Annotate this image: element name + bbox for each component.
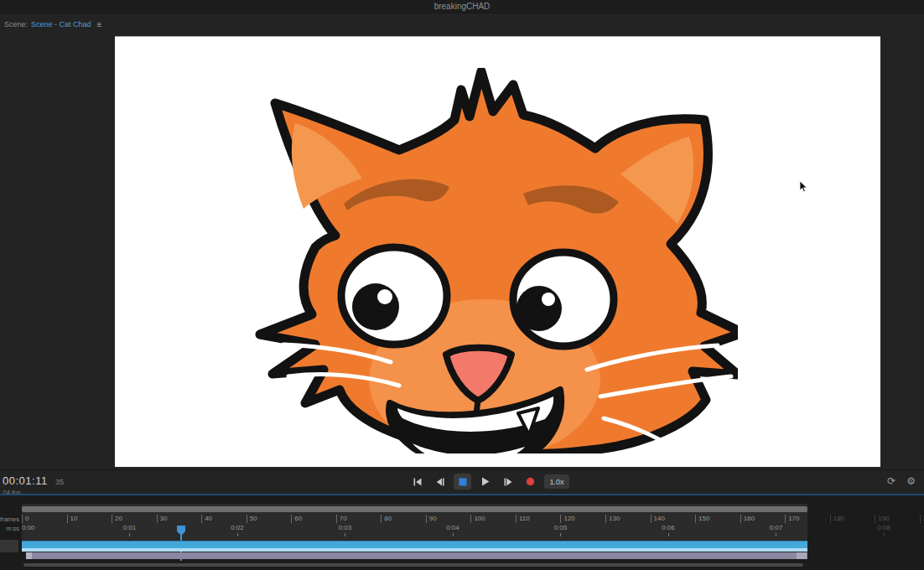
frame-tick-label: 150 [695, 515, 709, 523]
track-bar-secondary[interactable] [26, 552, 807, 559]
timecode-display: 00:01:11 35 24 fps [3, 473, 64, 496]
timeline-scrollbar-top[interactable] [22, 506, 807, 512]
cat-pupil-left-highlight [377, 289, 392, 304]
frame-tick-label: 90 [426, 515, 437, 523]
frame-tick-label: 80 [381, 515, 392, 523]
transport-bar: 00:01:11 35 24 fps [0, 469, 924, 494]
frame-tick-label: 10 [67, 515, 78, 523]
time-tick-label: 0:00 [22, 524, 35, 532]
mouse-cursor-icon [799, 180, 808, 194]
time-tick-label: 0:01 [123, 524, 137, 532]
utility-icons: ⟳ ⚙ [887, 475, 916, 487]
playback-controls: 1.0x [408, 474, 569, 490]
time-tick-label: 0:04 [446, 524, 459, 532]
jump-to-start-button[interactable] [408, 474, 426, 490]
frame-tick-label: 130 [605, 515, 620, 523]
frame-tick-label: 30 [157, 515, 168, 523]
frame-tick-label: 180 [830, 515, 844, 523]
time-tick-label: 0:06 [662, 524, 675, 532]
play-icon [481, 477, 490, 486]
frames-row-label: frames [0, 516, 19, 523]
scene-bar: Scene: Scene - Cat Chad ≡ [4, 19, 101, 29]
loop-toggle-icon[interactable]: ⟳ [887, 475, 895, 487]
current-frame-number: 35 [55, 478, 64, 486]
timecode-value: 00:01:11 [3, 474, 48, 487]
playback-speed-button[interactable]: 1.0x [544, 474, 569, 489]
time-tick-mark [776, 533, 776, 536]
track-header-stub [0, 540, 18, 552]
window-title: breakingCHAD [434, 2, 491, 11]
title-bar: breakingCHAD [0, 0, 924, 13]
time-row-label: m:ss [0, 525, 19, 532]
settings-gear-icon[interactable]: ⚙ [906, 475, 916, 487]
frame-tick-label: 110 [516, 515, 530, 523]
scene-label: Scene: [4, 20, 28, 28]
frame-tick-label: 20 [112, 515, 122, 523]
jump-to-start-icon [413, 478, 423, 486]
time-tick-mark [453, 533, 454, 536]
frame-tick-label: 100 [470, 515, 485, 523]
frame-tick-label: 200 [920, 515, 924, 523]
time-tick-label: 0:02 [231, 524, 244, 532]
time-tick-label: 0:07 [770, 524, 783, 532]
scene-name-link[interactable]: Scene - Cat Chad [31, 20, 91, 28]
cat-character-artwork[interactable] [235, 68, 738, 453]
timeline-panel: frames m:ss 0102030405060708090100110120… [0, 495, 924, 570]
track-cap-left [26, 552, 32, 559]
frame-tick-label: 0 [22, 515, 29, 523]
time-tick-label: 0:08 [877, 524, 890, 532]
next-frame-button[interactable] [499, 474, 517, 490]
time-tick-mark [237, 533, 238, 536]
cat-pupil-left [352, 283, 399, 330]
frame-tick-label: 120 [560, 515, 574, 523]
cat-pupil-right-highlight [542, 293, 555, 306]
frame-tick-label: 160 [740, 515, 755, 523]
record-button[interactable] [522, 474, 539, 490]
record-icon [526, 477, 535, 486]
time-tick-mark [884, 533, 885, 536]
time-tick-mark [345, 533, 345, 536]
scene-menu-icon[interactable]: ≡ [97, 20, 102, 29]
frame-tick-label: 140 [651, 515, 665, 523]
next-frame-icon [503, 478, 513, 486]
stop-button[interactable] [454, 474, 471, 490]
cat-pupil-right [517, 286, 562, 331]
timeline-scrollbar-bottom[interactable] [23, 563, 803, 567]
frame-tick-label: 170 [785, 515, 799, 523]
frame-tick-label: 60 [291, 515, 302, 523]
time-tick-label: 0:03 [339, 524, 352, 532]
frame-tick-label: 190 [875, 515, 889, 523]
track-bar-primary[interactable] [22, 541, 807, 552]
app-window: breakingCHAD Scene: Scene - Cat Chad ≡ [0, 0, 924, 570]
stage-canvas[interactable] [115, 36, 880, 467]
track-cap-right [797, 552, 807, 559]
previous-frame-button[interactable] [431, 474, 449, 490]
play-button[interactable] [476, 474, 494, 490]
time-tick-label: 0:05 [554, 524, 568, 532]
frame-tick-label: 40 [201, 515, 212, 523]
time-tick-mark [668, 533, 669, 536]
time-tick-mark [560, 533, 561, 536]
frame-tick-label: 70 [336, 515, 347, 523]
frame-tick-label: 50 [247, 515, 257, 523]
stop-icon [459, 478, 467, 486]
time-tick-mark [129, 533, 130, 536]
previous-frame-icon [435, 478, 445, 486]
